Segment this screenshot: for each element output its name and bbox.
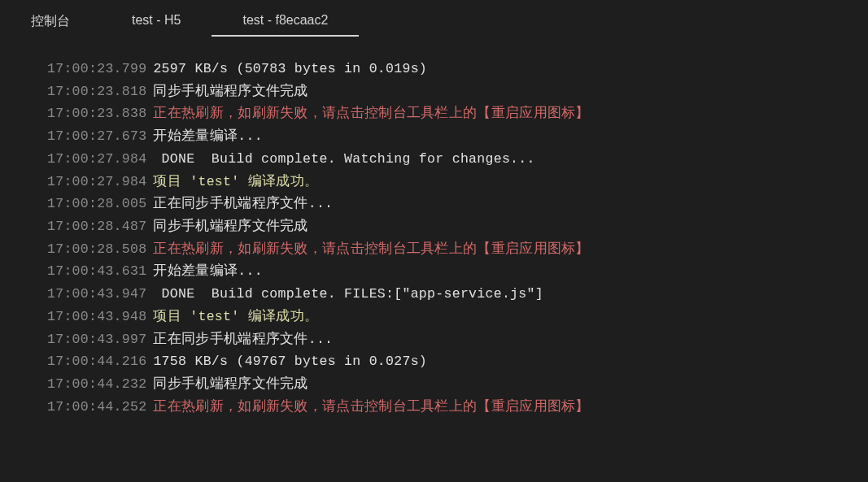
log-timestamp: 17:00:44.232 [47, 373, 146, 396]
log-message: 正在热刷新，如刷新失败，请点击控制台工具栏上的【重启应用图标】 [153, 102, 589, 125]
log-message: 正在同步手机端程序文件... [153, 193, 333, 215]
log-line: 17:00:44.252正在热刷新，如刷新失败，请点击控制台工具栏上的【重启应用… [47, 396, 868, 419]
log-timestamp: 17:00:43.947 [47, 283, 146, 306]
log-timestamp: 17:00:23.838 [47, 102, 146, 125]
log-line: 17:00:23.818同步手机端程序文件完成 [47, 80, 868, 103]
log-message: DONE Build complete. FILES:["app-service… [153, 283, 543, 306]
log-message: 同步手机端程序文件完成 [153, 80, 308, 103]
log-message: DONE Build complete. Watching for change… [153, 148, 534, 171]
tab-1[interactable]: test - H5 [101, 8, 212, 37]
log-timestamp: 17:00:44.252 [47, 396, 146, 419]
log-message: 正在热刷新，如刷新失败，请点击控制台工具栏上的【重启应用图标】 [153, 238, 589, 261]
log-message: 正在同步手机端程序文件... [153, 328, 333, 351]
log-line: 17:00:43.997正在同步手机端程序文件... [47, 328, 868, 351]
log-line: 17:00:28.005正在同步手机端程序文件... [47, 193, 868, 215]
log-timestamp: 17:00:27.673 [47, 125, 146, 148]
log-message: 项目 'test' 编译成功。 [153, 171, 318, 193]
log-timestamp: 17:00:28.005 [47, 193, 146, 215]
log-line: 17:00:44.2161758 KB/s (49767 bytes in 0.… [47, 350, 868, 373]
log-message: 1758 KB/s (49767 bytes in 0.027s) [153, 350, 427, 373]
log-line: 17:00:23.838正在热刷新，如刷新失败，请点击控制台工具栏上的【重启应用… [47, 102, 868, 125]
log-timestamp: 17:00:28.508 [47, 238, 146, 261]
log-line: 17:00:43.631开始差量编译... [47, 260, 868, 283]
log-timestamp: 17:00:44.216 [47, 350, 146, 373]
log-line: 17:00:43.947 DONE Build complete. FILES:… [47, 283, 868, 306]
log-timestamp: 17:00:43.997 [47, 328, 146, 351]
log-message: 同步手机端程序文件完成 [153, 373, 308, 396]
log-output: 17:00:23.7992597 KB/s (50783 bytes in 0.… [0, 43, 868, 419]
log-timestamp: 17:00:27.984 [47, 171, 146, 193]
log-timestamp: 17:00:28.487 [47, 215, 146, 238]
log-message: 开始差量编译... [153, 260, 262, 283]
log-timestamp: 17:00:23.799 [47, 58, 146, 80]
log-message: 正在热刷新，如刷新失败，请点击控制台工具栏上的【重启应用图标】 [153, 396, 589, 419]
tab-2[interactable]: test - f8ecaac2 [212, 8, 359, 37]
log-line: 17:00:27.673开始差量编译... [47, 125, 868, 148]
log-line: 17:00:28.508正在热刷新，如刷新失败，请点击控制台工具栏上的【重启应用… [47, 238, 868, 261]
log-line: 17:00:27.984 DONE Build complete. Watchi… [47, 148, 868, 171]
log-message: 同步手机端程序文件完成 [153, 215, 308, 238]
log-timestamp: 17:00:43.948 [47, 306, 146, 328]
log-timestamp: 17:00:43.631 [47, 260, 146, 283]
log-line: 17:00:43.948项目 'test' 编译成功。 [47, 306, 868, 328]
log-line: 17:00:23.7992597 KB/s (50783 bytes in 0.… [47, 58, 868, 80]
log-timestamp: 17:00:23.818 [47, 80, 146, 103]
log-line: 17:00:27.984项目 'test' 编译成功。 [47, 171, 868, 193]
log-line: 17:00:28.487同步手机端程序文件完成 [47, 215, 868, 238]
log-message: 开始差量编译... [153, 125, 262, 148]
log-message: 2597 KB/s (50783 bytes in 0.019s) [153, 58, 427, 80]
log-line: 17:00:44.232同步手机端程序文件完成 [47, 373, 868, 396]
tab-bar: 控制台test - H5test - f8ecaac2 [0, 0, 868, 43]
log-timestamp: 17:00:27.984 [47, 148, 146, 171]
tab-0[interactable]: 控制台 [0, 8, 101, 37]
log-message: 项目 'test' 编译成功。 [153, 306, 318, 328]
